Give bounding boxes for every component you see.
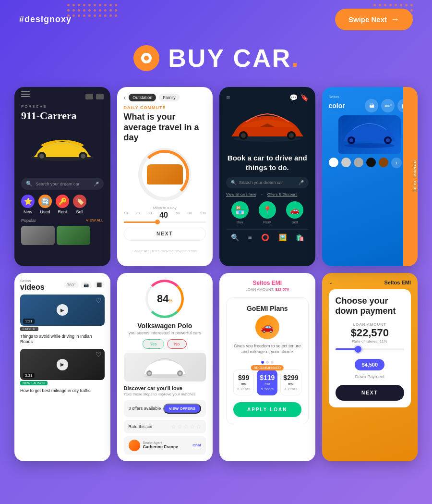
view-all-label[interactable]: VIEW ALL — [86, 218, 103, 223]
star-1[interactable]: ☆ — [171, 423, 176, 430]
slider-track[interactable] — [124, 221, 206, 223]
video-thumb-1[interactable]: ▶ 1:21 ♡ — [20, 295, 105, 326]
tag-family[interactable]: Family — [159, 94, 180, 101]
label-blue: BLUE — [413, 181, 417, 192]
search-bar[interactable]: 🔍 Search your dream car 🎤 — [21, 178, 104, 190]
yes-button[interactable]: Yes — [143, 339, 164, 349]
nav-home[interactable]: ⭕ — [261, 234, 269, 241]
back-button[interactable]: ‹ — [124, 94, 126, 101]
loan-info-value: $22,570 — [336, 327, 405, 339]
play-button-2[interactable]: ▶ — [57, 359, 68, 370]
down-slider-track[interactable] — [336, 348, 405, 350]
star-2[interactable]: ☆ — [177, 423, 182, 430]
next-chevron[interactable]: › — [391, 158, 402, 168]
dot-3 — [271, 361, 274, 364]
brand-tag: #designoxy — [19, 14, 72, 25]
star-4[interactable]: ☆ — [190, 423, 195, 430]
sell-action[interactable]: 🚗 Sell — [286, 201, 303, 224]
match-percent: 84% — [157, 293, 173, 305]
goemi-icon: 🚗 — [255, 315, 279, 339]
monitor-icon — [85, 94, 93, 99]
card-vw-match: 84% Volkswagen Polo you seems interested… — [117, 273, 213, 461]
view-all-cars-link[interactable]: View all cars here — [226, 192, 256, 197]
heart-icon-1[interactable]: ♡ — [96, 296, 102, 304]
svg-point-12 — [349, 138, 353, 142]
action-rent[interactable]: 🔑 Rent — [56, 195, 69, 214]
buy-action[interactable]: 🏪 Buy — [231, 201, 249, 224]
swipe-next-button[interactable]: Swipe Next → — [335, 9, 413, 30]
agent-type: Dealer Agent — [143, 441, 190, 444]
action-sell[interactable]: 🏷️ Sell — [73, 195, 86, 214]
down-slider-dot — [355, 346, 361, 353]
vw-car-svg — [141, 355, 189, 379]
nav-bag[interactable]: 🛍️ — [296, 234, 304, 241]
svg-point-14 — [386, 138, 390, 142]
apply-loan-button[interactable]: APPLY LOAN — [233, 402, 301, 417]
slider-labels: 10 20 30 40 50 80 100 — [124, 211, 206, 220]
search-bar-dark[interactable]: 🔍 Search your dream car 🎤 — [226, 177, 309, 188]
offers-link[interactable]: Offers & Discount — [267, 192, 298, 197]
speedometer — [138, 148, 191, 201]
card6-header: 84% — [124, 280, 206, 318]
heart-icon-2[interactable]: ♡ — [96, 351, 102, 358]
header-icons-dark: 💬 🔖 — [289, 94, 309, 101]
next-dark-button[interactable]: NEXT — [336, 385, 405, 401]
label-orange: ORANGE — [413, 160, 417, 178]
card-color-picker: ORANGE BLUE Seltos color 🏔 360° ▶ — [322, 87, 418, 266]
rent-icon-dark: 📍 — [259, 201, 276, 219]
nav-search[interactable]: 🔍 — [231, 234, 239, 241]
plan-99: $99 mo 6 Years — [233, 369, 254, 395]
star-5[interactable]: ☆ — [196, 423, 201, 430]
view-offers-button[interactable]: VIEW OFFERS — [163, 404, 201, 414]
action-new[interactable]: ⭐ New — [21, 195, 35, 214]
hero-title-text: BUY CAR. — [168, 44, 298, 73]
footer-note: Google API | learn-cars-choose-your-drea… — [124, 243, 206, 259]
search-placeholder: Search your dream car — [36, 182, 80, 186]
action-used[interactable]: 🔄 Used — [38, 195, 52, 214]
plan-mo-1: mo — [236, 381, 252, 386]
next-button[interactable]: NEXT — [124, 227, 206, 241]
book-title: Book a car to drive and things to do. — [226, 153, 309, 172]
play-button-1[interactable]: ▶ — [57, 304, 68, 316]
hero-title-main: BUY CAR — [168, 44, 291, 72]
down-payment-box: Choose your down payment LOAN AMOUNT $22… — [329, 289, 411, 407]
opt-3d[interactable]: ⬛ — [94, 282, 105, 288]
message-icon: 💬 — [289, 94, 298, 101]
view-360[interactable]: 🏔 — [365, 99, 378, 112]
rent-action[interactable]: 📍 Rent — [259, 201, 276, 224]
video-thumb-2[interactable]: ▶ 3:21 ♡ — [20, 349, 105, 380]
buy-label: Buy — [237, 220, 243, 224]
nav-heart[interactable]: 🖼️ — [278, 234, 287, 241]
swatch-white[interactable] — [329, 158, 338, 167]
search-icon-dark: 🔍 — [231, 180, 236, 185]
rent-icon: 🔑 — [56, 195, 69, 208]
swatch-gray[interactable] — [354, 158, 363, 167]
card3-header: ≡ 💬 🔖 — [226, 94, 309, 101]
vw-title: Volkswagen Polo — [124, 322, 206, 330]
chevron-down: ⌄ — [329, 280, 333, 285]
swatch-black[interactable] — [366, 158, 376, 167]
view-vr[interactable]: 360° — [381, 99, 395, 112]
nav-list[interactable]: ≡ — [248, 234, 252, 241]
bottom-nav: 🔍 ≡ ⭕ 🖼️ 🛍️ — [226, 229, 309, 241]
video-label-1: Things to avoid while driving in Indian … — [20, 334, 105, 345]
no-button[interactable]: No — [167, 339, 187, 349]
loan-info-label: LOAN AMOUNT — [336, 322, 405, 327]
tag-outstation[interactable]: Outstation — [129, 94, 156, 101]
video-item-1: ▶ 1:21 ♡ EXPERT Things to avoid while dr… — [20, 295, 105, 345]
opt-360[interactable]: 360° — [64, 282, 79, 288]
swatch-silver[interactable] — [341, 158, 351, 167]
seltos-car-svg — [341, 119, 398, 150]
opt-photo[interactable]: 📷 — [81, 282, 92, 288]
videos-title: videos — [20, 283, 45, 292]
star-3[interactable]: ☆ — [183, 423, 189, 430]
goemi-title: GoEMI Plans — [233, 305, 301, 312]
chat-button[interactable]: Chat — [192, 443, 201, 447]
swatch-brown[interactable] — [379, 158, 388, 167]
emi-header: Seltos EMI — [226, 280, 309, 286]
agent-info: Dealer Agent Catherine France — [143, 441, 190, 449]
recommended-badge: RECOMMENDED — [251, 365, 284, 370]
popular-img-1 — [21, 226, 55, 245]
suv-car-image — [147, 164, 183, 184]
star-rating[interactable]: ☆ ☆ ☆ ☆ ☆ — [171, 423, 201, 430]
